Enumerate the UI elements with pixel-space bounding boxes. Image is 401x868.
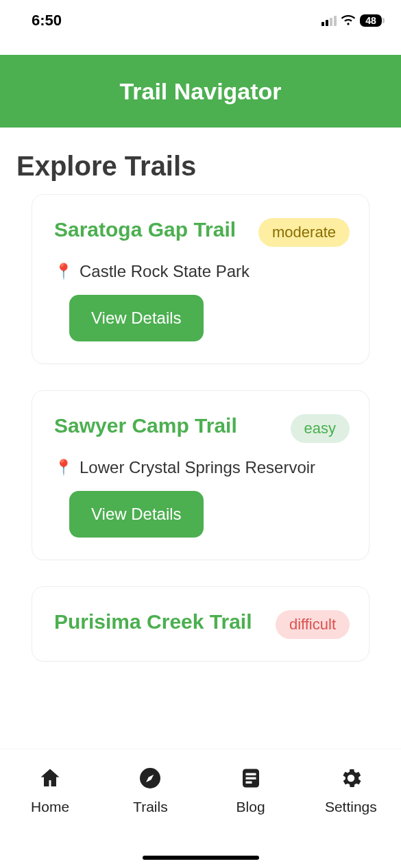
home-indicator [143,856,259,860]
trail-card: Saratoga Gap Trail moderate 📍 Castle Roc… [32,194,369,364]
bottom-nav: Home Trails Blog Settings [0,749,401,868]
trail-location: 📍 Castle Rock State Park [54,262,350,281]
view-details-button[interactable]: View Details [69,295,204,341]
trail-card-header: Sawyer Camp Trail easy [54,411,350,443]
nav-label: Blog [236,799,265,815]
status-icons: 48 [321,14,382,27]
compass-icon [136,764,164,792]
trail-name: Sawyer Camp Trail [54,411,237,440]
svg-rect-2 [245,773,256,775]
battery-level: 48 [365,15,376,26]
gear-icon [337,764,365,792]
svg-rect-4 [245,782,252,784]
difficulty-badge: easy [291,414,350,443]
difficulty-badge: difficult [276,610,350,639]
trail-name: Saratoga Gap Trail [54,215,236,244]
nav-label: Trails [133,799,168,815]
nav-label: Home [31,799,69,815]
battery-icon: 48 [360,14,382,27]
status-bar: 6:50 48 [0,0,401,38]
document-icon [237,764,265,792]
trail-location-text: Castle Rock State Park [80,262,250,281]
trail-location: 📍 Lower Crystal Springs Reservoir [54,458,350,477]
view-details-button[interactable]: View Details [69,491,204,538]
trails-list: Saratoga Gap Trail moderate 📍 Castle Roc… [0,194,401,736]
trail-card-header: Saratoga Gap Trail moderate [54,215,350,247]
nav-label: Settings [325,799,377,815]
difficulty-badge: moderate [258,218,350,247]
page-title: Explore Trails [0,128,401,194]
pin-icon: 📍 [54,263,73,280]
svg-rect-3 [245,777,256,780]
home-icon [36,764,64,792]
status-time: 6:50 [32,12,62,29]
cellular-signal-icon [321,15,337,26]
trail-card: Sawyer Camp Trail easy 📍 Lower Crystal S… [32,390,369,560]
trail-card: Purisima Creek Trail difficult [32,586,369,662]
trail-location-text: Lower Crystal Springs Reservoir [80,458,315,477]
wifi-icon [341,15,356,26]
nav-item-home[interactable]: Home [16,764,84,815]
nav-item-trails[interactable]: Trails [116,764,184,815]
nav-item-settings[interactable]: Settings [317,764,385,815]
pin-icon: 📍 [54,459,73,477]
nav-item-blog[interactable]: Blog [217,764,285,815]
app-header: Trail Navigator [0,55,401,128]
trail-name: Purisima Creek Trail [54,607,252,636]
app-title: Trail Navigator [119,78,281,105]
trail-card-header: Purisima Creek Trail difficult [54,607,350,639]
